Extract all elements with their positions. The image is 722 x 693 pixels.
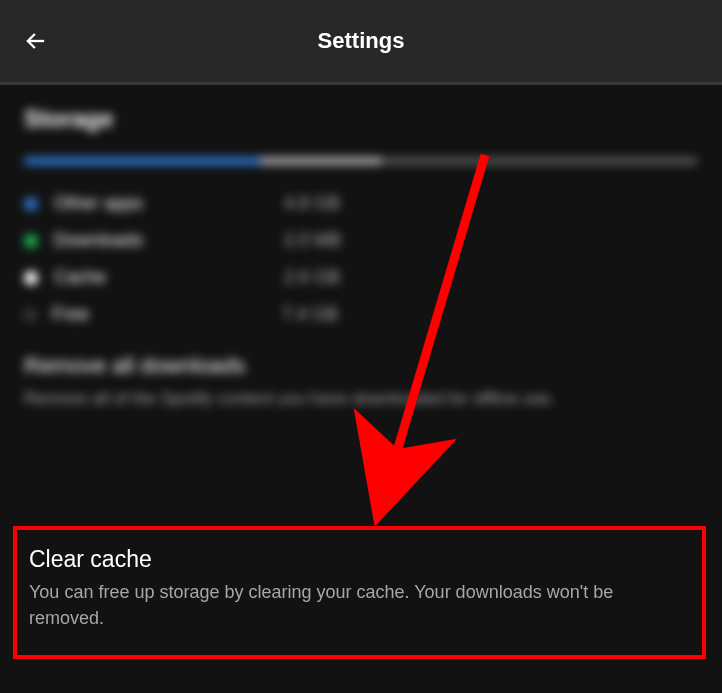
storage-bar-segment-cache (260, 157, 381, 165)
storage-section-title: Storage (24, 105, 698, 133)
legend-row-free: Free 7.4 GB (24, 304, 698, 325)
clear-cache-option[interactable]: Clear cache You can free up storage by c… (13, 526, 706, 659)
header-bar: Settings (0, 0, 722, 85)
legend-row-cache: Cache 2.6 GB (24, 267, 698, 288)
storage-bar-segment-other (24, 157, 260, 165)
clear-cache-title: Clear cache (29, 546, 690, 573)
legend-value: 4.8 GB (284, 193, 340, 214)
legend-dot-icon (24, 197, 38, 211)
blurred-background-section: Storage Other apps 4.8 GB Downloads 2.0 … (24, 105, 698, 411)
legend-row-downloads: Downloads 2.0 MB (24, 230, 698, 251)
legend-label: Cache (54, 267, 284, 288)
storage-usage-bar (24, 157, 698, 165)
page-title: Settings (0, 28, 722, 54)
legend-value: 2.0 MB (284, 230, 341, 251)
back-button[interactable] (16, 21, 56, 61)
legend-value: 2.6 GB (284, 267, 340, 288)
legend-dot-icon (24, 234, 38, 248)
remove-downloads-description: Remove all of the Spotify content you ha… (24, 387, 698, 411)
clear-cache-description: You can free up storage by clearing your… (29, 579, 690, 631)
legend-value: 7.4 GB (282, 304, 338, 325)
legend-dot-icon (24, 271, 38, 285)
arrow-left-icon (22, 27, 50, 55)
legend-row-other-apps: Other apps 4.8 GB (24, 193, 698, 214)
remove-downloads-option[interactable]: Remove all downloads Remove all of the S… (24, 353, 698, 411)
storage-legend: Other apps 4.8 GB Downloads 2.0 MB Cache… (24, 193, 698, 325)
legend-label: Free (52, 304, 282, 325)
legend-dot-icon (24, 309, 36, 321)
legend-label: Downloads (54, 230, 284, 251)
legend-label: Other apps (54, 193, 284, 214)
remove-downloads-title: Remove all downloads (24, 353, 698, 379)
